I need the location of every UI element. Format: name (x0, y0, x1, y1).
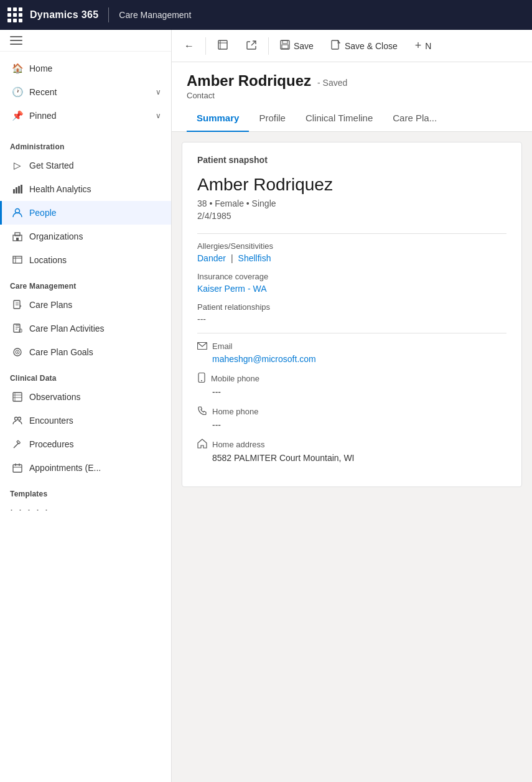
patient-demographics: 38 • Female • Single (197, 198, 506, 208)
svg-rect-7 (16, 238, 19, 241)
content-body: Patient snapshot Amber Rodriquez 38 • Fe… (172, 132, 532, 782)
svg-rect-37 (332, 40, 338, 49)
procedures-icon (12, 439, 23, 450)
back-button[interactable]: ← (177, 37, 202, 55)
recent-icon: 🕐 (12, 86, 23, 98)
svg-rect-36 (282, 45, 288, 49)
home-address-section: Home address 8582 PALMITER Court Mountai… (197, 439, 506, 463)
care-plans-icon (12, 299, 23, 310)
tab-care-plan[interactable]: Care Pla... (383, 105, 447, 132)
saved-badge: - Saved (317, 78, 347, 88)
insurance-link[interactable]: Kaiser Perm - WA (197, 284, 267, 294)
locations-icon (12, 254, 23, 266)
svg-rect-31 (218, 40, 227, 49)
sidebar-item-home[interactable]: 🏠 Home (0, 57, 171, 80)
toolbar: ← (172, 30, 532, 62)
divider-2 (197, 333, 506, 333)
sidebar-item-care-plans[interactable]: Care Plans (0, 293, 171, 317)
sidebar-item-recent[interactable]: 🕐 Recent ∨ (0, 80, 171, 104)
save-close-button[interactable]: Save & Close (324, 36, 405, 56)
mobile-phone-label: Mobile phone (211, 374, 259, 383)
svg-line-25 (14, 443, 19, 448)
allergy-separator: | (231, 253, 233, 263)
svg-rect-3 (21, 185, 22, 193)
toolbar-divider-1 (205, 37, 206, 55)
sidebar-item-label: Locations (29, 255, 67, 265)
sidebar-item-observations[interactable]: Observations (0, 385, 171, 409)
app-launcher-button[interactable] (7, 7, 22, 22)
new-button-label: N (425, 41, 431, 51)
save-close-button-label: Save & Close (345, 41, 398, 51)
chevron-down-icon: ∨ (156, 111, 161, 120)
open-record-button[interactable] (238, 35, 264, 57)
sidebar-item-locations[interactable]: Locations (0, 248, 171, 272)
sidebar-item-encounters[interactable]: Encounters (0, 409, 171, 432)
allergy-dander-link[interactable]: Dander (197, 253, 226, 263)
main-layout: 🏠 Home 🕐 Recent ∨ 📌 Pinned ∨ Administrat… (0, 30, 532, 782)
allergy-shellfish-link[interactable]: Shellfish (238, 253, 271, 263)
home-phone-section: Home phone --- (197, 406, 506, 430)
sidebar-item-care-plan-activities[interactable]: Care Plan Activities (0, 317, 171, 340)
hamburger-menu-button[interactable] (10, 36, 22, 45)
sidebar-item-procedures[interactable]: Procedures (0, 432, 171, 456)
app-name: Dynamics 365 (30, 9, 98, 21)
sidebar: 🏠 Home 🕐 Recent ∨ 📌 Pinned ∨ Administrat… (0, 30, 172, 782)
sidebar-item-pinned[interactable]: 📌 Pinned ∨ (0, 104, 171, 128)
sidebar-item-label: Home (29, 63, 52, 73)
sidebar-item-label: Get Started (29, 161, 74, 170)
home-phone-icon (197, 406, 207, 417)
relationships-section: Patient relationships --- (197, 302, 506, 324)
insurance-section: Insurance coverage Kaiser Perm - WA (197, 272, 506, 294)
svg-rect-0 (13, 189, 15, 193)
sidebar-item-label: Organizations (29, 231, 83, 241)
form-icon (217, 39, 228, 53)
toolbar-divider-2 (268, 37, 269, 55)
svg-point-23 (15, 417, 18, 421)
sidebar-item-organizations[interactable]: Organizations (0, 225, 171, 248)
new-button[interactable]: + N (408, 35, 439, 56)
sidebar-item-label: Recent (29, 87, 57, 97)
person-icon (12, 207, 23, 218)
mobile-phone-section: Mobile phone --- (197, 373, 506, 397)
mobile-phone-icon (197, 373, 206, 384)
email-value[interactable]: maheshgn@microsoft.com (197, 354, 506, 364)
sidebar-item-appointments[interactable]: Appointments (E... (0, 456, 171, 480)
organization-icon (12, 231, 23, 242)
mobile-phone-value: --- (197, 387, 506, 397)
sidebar-item-label: Pinned (29, 111, 57, 121)
allergies-section: Allergies/Sensitivities Dander | Shellfi… (197, 241, 506, 263)
email-label: Email (212, 342, 233, 351)
svg-point-18 (17, 351, 18, 353)
sidebar-item-label: People (29, 208, 57, 218)
home-phone-value: --- (197, 420, 506, 430)
patient-name: Amber Rodriquez (197, 175, 506, 195)
allergies-links: Dander | Shellfish (197, 253, 506, 263)
patient-snapshot-card: Patient snapshot Amber Rodriquez 38 • Fe… (182, 142, 522, 487)
care-plan-activities-icon (12, 323, 23, 334)
sidebar-section-clinical-data: Clinical Data (0, 364, 171, 385)
sidebar-item-care-plan-goals[interactable]: Care Plan Goals (0, 340, 171, 364)
sidebar-item-health-analytics[interactable]: Health Analytics (0, 177, 171, 201)
analytics-icon (12, 184, 23, 195)
tab-summary[interactable]: Summary (187, 105, 249, 132)
svg-rect-19 (13, 393, 22, 401)
sidebar-item-get-started[interactable]: ▷ Get Started (0, 154, 171, 177)
patient-dob: 2/4/1985 (197, 211, 506, 221)
tab-profile[interactable]: Profile (249, 105, 296, 132)
observations-icon (12, 391, 23, 403)
svg-rect-26 (17, 440, 21, 444)
tab-clinical-timeline[interactable]: Clinical Timeline (296, 105, 383, 132)
save-button[interactable]: Save (273, 36, 321, 56)
relationships-label: Patient relationships (197, 302, 506, 312)
sidebar-item-label: Appointments (E... (29, 463, 101, 473)
home-phone-label: Home phone (212, 407, 258, 416)
save-icon (280, 40, 290, 52)
home-address-icon (197, 439, 207, 450)
form-view-button[interactable] (210, 35, 236, 57)
sidebar-item-label: Health Analytics (29, 184, 91, 194)
sidebar-item-label: Care Plan Activities (29, 324, 105, 333)
encounters-icon (12, 415, 23, 426)
sidebar-item-people[interactable]: People (0, 201, 171, 225)
email-icon (197, 341, 207, 351)
tabs-bar: Summary Profile Clinical Timeline Care P… (172, 105, 532, 132)
